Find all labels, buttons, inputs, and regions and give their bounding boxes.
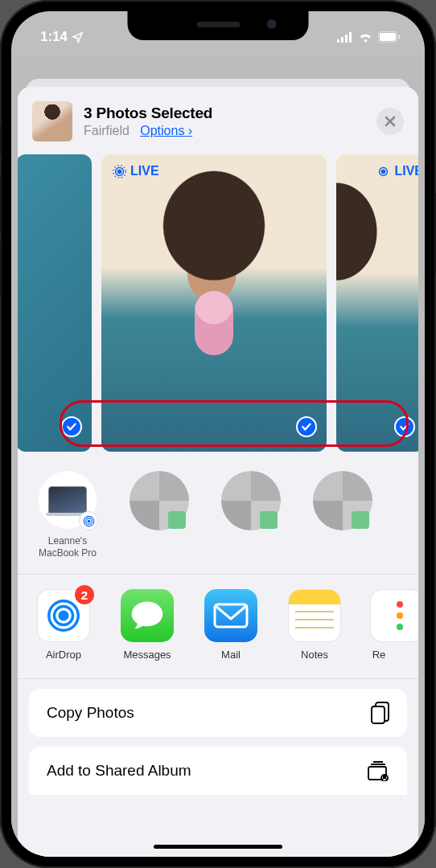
selection-check-icon[interactable] — [394, 416, 415, 437]
close-button[interactable] — [376, 108, 404, 135]
home-indicator[interactable] — [154, 845, 282, 849]
action-label: Add to Shared Album — [47, 762, 191, 780]
notch — [128, 11, 309, 40]
battery-icon — [378, 31, 401, 43]
app-badge: 2 — [75, 585, 94, 604]
svg-rect-18 — [215, 604, 247, 627]
svg-rect-2 — [345, 35, 348, 43]
app-mail[interactable]: Mail — [203, 589, 259, 661]
selection-check-icon[interactable] — [296, 416, 317, 437]
actions-list: Copy Photos Add to Shared Album — [18, 679, 418, 795]
action-add-to-shared-album[interactable]: Add to Shared Album — [29, 747, 407, 795]
svg-rect-6 — [398, 35, 400, 39]
close-icon — [385, 116, 396, 127]
app-messages[interactable]: Messages — [119, 589, 175, 661]
app-label: AirDrop — [35, 649, 92, 661]
location-arrow-icon — [72, 31, 84, 43]
live-badge: LIVE — [376, 164, 418, 178]
airdrop-badge-icon — [79, 511, 98, 530]
macbook-icon — [48, 486, 87, 514]
airdrop-contact-blurred[interactable] — [309, 471, 376, 559]
share-apps-row[interactable]: 2 AirDrop Messages Mail — [18, 575, 418, 672]
airdrop-contact-blurred[interactable] — [125, 471, 193, 559]
shared-album-icon — [367, 760, 391, 781]
app-label: Mail — [203, 649, 259, 661]
mail-icon — [213, 603, 249, 628]
svg-point-10 — [382, 170, 385, 173]
svg-rect-0 — [337, 39, 339, 43]
svg-rect-3 — [349, 32, 352, 43]
airdrop-contacts-row[interactable]: Leanne's MacBook Pro — [18, 452, 418, 567]
notes-icon — [288, 589, 341, 642]
messages-icon — [130, 600, 164, 632]
copy-icon — [370, 701, 391, 725]
live-badge: LIVE — [113, 164, 159, 178]
app-label: Re — [370, 649, 388, 661]
photo-thumbnail-next[interactable]: LIVE — [336, 154, 418, 452]
airdrop-contact-device[interactable]: Leanne's MacBook Pro — [34, 471, 101, 559]
photo-thumbnail-main[interactable]: LIVE — [101, 154, 327, 452]
app-notes[interactable]: Notes — [286, 589, 343, 661]
share-sheet: 3 Photos Selected Fairfield Options › — [18, 87, 418, 857]
photo-thumbnail-prev[interactable] — [18, 154, 92, 452]
live-photo-icon — [113, 165, 126, 178]
status-time: 1:14 — [40, 29, 68, 45]
action-label: Copy Photos — [47, 704, 134, 722]
reminders-icon — [390, 601, 403, 630]
screen: 1:14 3 Photos Selected Fairfield Options… — [11, 11, 425, 857]
selection-thumbnail — [32, 101, 72, 141]
airdrop-icon — [45, 597, 82, 634]
selection-location: Fairfield — [84, 124, 130, 137]
svg-rect-5 — [380, 33, 396, 41]
silent-switch — [0, 125, 1, 155]
live-photo-icon — [376, 165, 390, 178]
svg-point-7 — [117, 170, 121, 173]
selection-check-icon[interactable] — [61, 416, 82, 437]
phone-frame: 1:14 3 Photos Selected Fairfield Options… — [0, 0, 436, 868]
action-copy-photos[interactable]: Copy Photos — [29, 689, 407, 737]
svg-rect-1 — [341, 37, 343, 43]
wifi-icon — [358, 31, 373, 43]
volume-up-button — [0, 177, 1, 231]
volume-down-button — [0, 241, 1, 296]
options-link[interactable]: Options › — [140, 124, 192, 137]
airdrop-contact-label: Leanne's MacBook Pro — [34, 535, 101, 559]
svg-point-15 — [60, 612, 68, 620]
selection-title: 3 Photos Selected — [84, 104, 365, 122]
svg-point-12 — [88, 520, 90, 522]
app-airdrop[interactable]: 2 AirDrop — [35, 589, 92, 661]
app-label: Messages — [119, 649, 175, 661]
photos-carousel[interactable]: LIVE LIVE — [18, 154, 418, 452]
airdrop-contact-blurred[interactable] — [217, 471, 285, 559]
cellular-signal-icon — [337, 32, 353, 43]
share-sheet-header: 3 Photos Selected Fairfield Options › — [18, 87, 418, 154]
app-label: Notes — [286, 649, 343, 661]
app-reminders-partial[interactable]: Re — [370, 589, 388, 661]
svg-rect-19 — [372, 706, 385, 723]
selection-subtitle: Fairfield Options › — [84, 124, 365, 138]
